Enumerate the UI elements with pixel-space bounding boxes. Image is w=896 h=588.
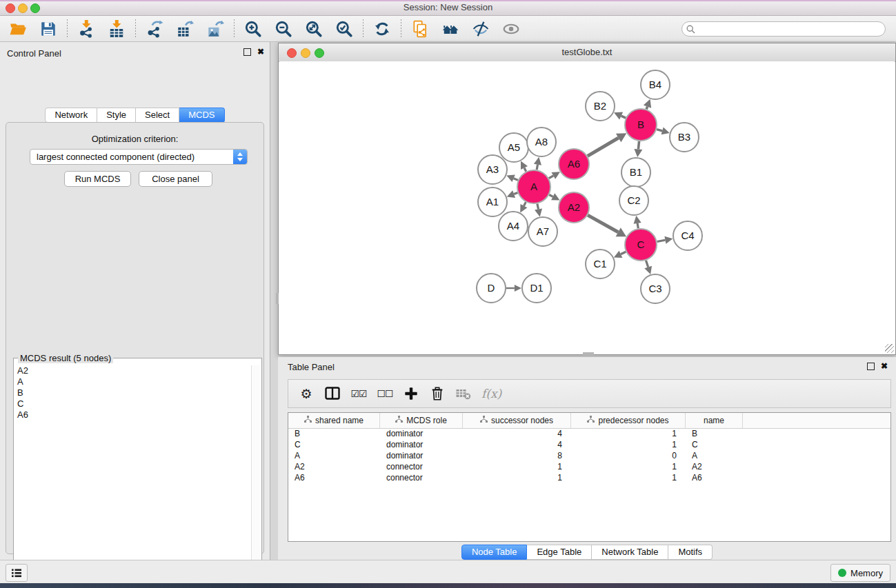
graph-edge-A2-C[interactable] [588, 215, 618, 232]
function-builder-button[interactable]: f(x) [481, 385, 501, 403]
tab-mcds[interactable]: MCDS [179, 108, 224, 123]
graph-node-D[interactable]: D [477, 274, 506, 303]
mcds-result-item[interactable]: A [15, 376, 250, 387]
tab-network-table[interactable]: Network Table [592, 545, 668, 560]
graph-edge-A-A5[interactable] [524, 168, 526, 172]
toolbar-zoom-selected-button[interactable] [330, 18, 358, 40]
graph-node-A4[interactable]: A4 [499, 212, 528, 241]
graph-edge-B-B4[interactable] [646, 107, 647, 110]
graph-edge-C-C4[interactable] [657, 240, 666, 241]
memory-button[interactable]: Memory [830, 564, 890, 582]
graph-edge-C-C3[interactable] [646, 261, 648, 267]
tab-select[interactable]: Select [136, 108, 179, 123]
split-view-button[interactable] [324, 385, 341, 403]
column-header-predecessor-nodes[interactable]: predecessor nodes [571, 413, 686, 428]
delete-column-button[interactable] [429, 385, 446, 403]
toolbar-zoom-out-button[interactable] [270, 18, 297, 40]
mcds-result-item[interactable]: A6 [15, 409, 250, 420]
float-panel-icon[interactable] [243, 48, 251, 56]
graph-edge-A-A1[interactable] [514, 193, 517, 194]
graph-edge-A-A7[interactable] [537, 204, 539, 210]
column-header-shared-name[interactable]: shared name [288, 413, 380, 428]
graph-edge-C-C1[interactable] [621, 252, 626, 254]
toolbar-export-image-button[interactable] [201, 18, 229, 40]
toolbar-document-share-button[interactable] [406, 18, 434, 40]
tab-network[interactable]: Network [45, 108, 97, 123]
graph-node-A2[interactable]: A2 [559, 192, 589, 223]
table-row[interactable]: A2connector11A2 [288, 461, 890, 472]
tab-motifs[interactable]: Motifs [668, 545, 713, 560]
select-all-button[interactable]: ☑☑ [350, 385, 367, 403]
toolbar-export-table-button[interactable] [171, 18, 199, 40]
criterion-dropdown[interactable]: largest connected component (directed) [30, 149, 248, 165]
graph-node-B1[interactable]: B1 [621, 158, 650, 187]
graph-node-C1[interactable]: C1 [586, 250, 615, 278]
toolbar-home-button[interactable] [437, 18, 464, 40]
mcds-result-item[interactable]: B [15, 387, 250, 398]
graph-edge-B-B1[interactable] [638, 141, 639, 150]
task-history-button[interactable] [6, 564, 28, 582]
graph-edge-A-A2[interactable] [549, 194, 552, 196]
graph-edge-A-A3[interactable] [514, 179, 518, 181]
toolbar-eye-button[interactable] [497, 18, 525, 40]
graph-node-C3[interactable]: C3 [641, 274, 670, 303]
graph-node-A1[interactable]: A1 [478, 187, 507, 216]
graph-node-B2[interactable]: B2 [586, 92, 615, 121]
table-row[interactable]: Adominator80A [288, 450, 890, 461]
network-graph-canvas[interactable]: AA1A2A3A4A5A6A7A8BB1B2B3B4CC1C2C3C4DD1 [279, 61, 895, 354]
graph-node-B3[interactable]: B3 [670, 123, 699, 152]
tab-node-table[interactable]: Node Table [461, 545, 528, 560]
close-panel-icon[interactable]: ✖ [257, 48, 264, 56]
deselect-all-button[interactable]: ☐☐ [377, 385, 393, 403]
column-header-MCDS-role[interactable]: MCDS role [380, 413, 463, 428]
close-panel-button[interactable]: Close panel [139, 171, 212, 187]
toolbar-eye-slash-button[interactable] [467, 18, 495, 40]
graph-node-A7[interactable]: A7 [528, 217, 557, 246]
graph-edge-C-C2[interactable] [637, 223, 638, 229]
search-input[interactable] [681, 21, 886, 37]
graph-node-A6[interactable]: A6 [559, 149, 589, 179]
tab-edge-table[interactable]: Edge Table [527, 545, 592, 560]
add-column-button[interactable] [403, 385, 419, 403]
float-table-panel-icon[interactable] [867, 363, 875, 370]
vertical-splitter-grip[interactable] [276, 293, 279, 304]
mcds-result-item[interactable]: C [15, 398, 250, 409]
column-header-name[interactable]: name [686, 413, 743, 428]
graph-edge-A-A4[interactable] [524, 202, 526, 206]
close-table-panel-icon[interactable]: ✖ [881, 362, 888, 370]
graph-node-A5[interactable]: A5 [499, 133, 528, 162]
delete-table-button[interactable] [455, 385, 472, 403]
graph-node-C4[interactable]: C4 [673, 221, 702, 250]
graph-node-B[interactable]: B [625, 109, 657, 141]
graph-edge-A-A6[interactable] [549, 176, 554, 179]
graph-edge-B-B3[interactable] [657, 130, 662, 131]
graph-node-C[interactable]: C [625, 229, 657, 261]
graph-node-D1[interactable]: D1 [522, 274, 551, 303]
graph-node-A3[interactable]: A3 [478, 155, 507, 184]
graph-edge-A6-B[interactable] [588, 138, 619, 156]
toolbar-save-session-button[interactable] [34, 18, 62, 40]
graph-node-B4[interactable]: B4 [641, 70, 670, 99]
toolbar-export-network-button[interactable] [141, 18, 168, 40]
graph-edge-B-B2[interactable] [621, 116, 626, 118]
toolbar-import-table-button[interactable] [103, 18, 130, 40]
window-resize-grip[interactable] [885, 344, 894, 353]
settings-gear-button[interactable]: ⚙ [298, 385, 315, 403]
graph-node-A[interactable]: A [517, 170, 550, 203]
graph-node-A8[interactable]: A8 [527, 128, 556, 156]
table-row[interactable]: Bdominator41B [288, 428, 890, 439]
table-row[interactable]: Cdominator41C [288, 439, 890, 450]
toolbar-refresh-network-button[interactable] [368, 18, 396, 40]
horizontal-splitter-grip[interactable] [583, 352, 594, 355]
column-header-successor-nodes[interactable]: successor nodes [463, 413, 571, 428]
tab-style[interactable]: Style [97, 108, 136, 123]
result-scrollbar[interactable] [251, 365, 261, 588]
table-row[interactable]: A6connector11A6 [288, 472, 890, 483]
graph-node-C2[interactable]: C2 [619, 186, 648, 215]
run-mcds-button[interactable]: Run MCDS [64, 171, 131, 187]
toolbar-zoom-in-button[interactable] [239, 18, 267, 40]
toolbar-zoom-fit-button[interactable] [300, 18, 328, 40]
mcds-result-list[interactable]: A2ABCA6 [15, 365, 250, 588]
toolbar-open-file-button[interactable] [4, 18, 32, 40]
mcds-result-item[interactable]: A2 [15, 365, 250, 376]
